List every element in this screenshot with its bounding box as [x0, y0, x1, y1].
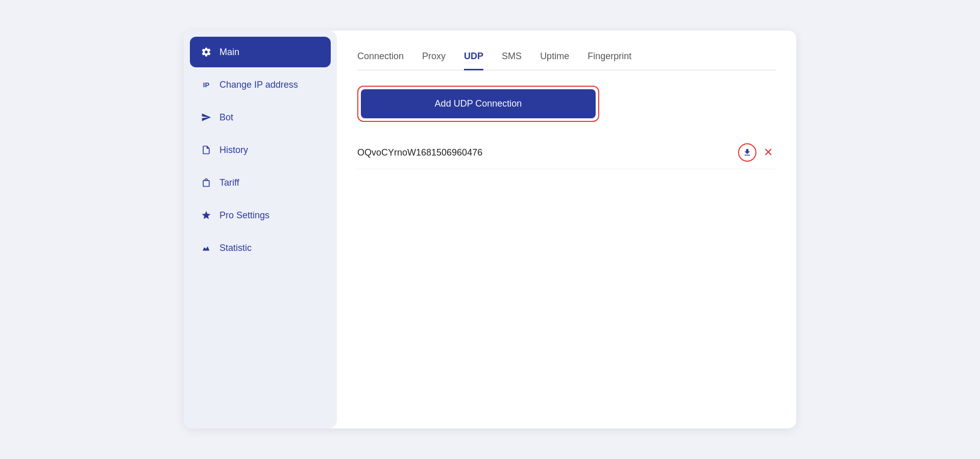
- connection-row: OQvoCYrnoW1681506960476 ✕: [357, 136, 776, 169]
- sidebar-pro-settings-label: Pro Settings: [219, 210, 270, 221]
- bag-icon: [200, 176, 212, 189]
- connection-actions: ✕: [738, 143, 776, 162]
- tab-connection[interactable]: Connection: [357, 46, 404, 70]
- delete-button[interactable]: ✕: [761, 145, 776, 160]
- connection-name: OQvoCYrnoW1681506960476: [357, 147, 482, 158]
- sidebar-item-statistic[interactable]: Statistic: [190, 233, 331, 263]
- sidebar-item-bot[interactable]: Bot: [190, 102, 331, 133]
- sidebar-item-ip[interactable]: IP Change IP address: [190, 69, 331, 100]
- sidebar-statistic-label: Statistic: [219, 243, 252, 253]
- send-icon: [200, 111, 212, 123]
- tab-uptime[interactable]: Uptime: [540, 46, 569, 70]
- tab-sms[interactable]: SMS: [502, 46, 522, 70]
- sidebar-history-label: History: [219, 145, 248, 156]
- download-button[interactable]: [738, 143, 756, 162]
- ip-icon: IP: [200, 79, 212, 91]
- sidebar-main-label: Main: [219, 47, 239, 58]
- tab-fingerprint[interactable]: Fingerprint: [587, 46, 631, 70]
- chart-icon: [200, 242, 212, 254]
- main-content: Connection Proxy UDP SMS Uptime Fingerpr…: [337, 31, 796, 428]
- add-udp-button[interactable]: Add UDP Connection: [361, 89, 596, 118]
- download-icon: [743, 148, 752, 157]
- tabs-bar: Connection Proxy UDP SMS Uptime Fingerpr…: [357, 46, 776, 70]
- tab-udp[interactable]: UDP: [464, 46, 483, 70]
- add-udp-button-wrapper: Add UDP Connection: [357, 86, 599, 122]
- document-icon: [200, 144, 212, 156]
- sidebar-item-main[interactable]: Main: [190, 37, 331, 67]
- sidebar-item-history[interactable]: History: [190, 135, 331, 165]
- sidebar: Main IP Change IP address Bot History: [184, 31, 337, 428]
- star-icon: [200, 209, 212, 221]
- sidebar-tariff-label: Tariff: [219, 177, 239, 188]
- sidebar-ip-label: Change IP address: [219, 80, 298, 90]
- sidebar-item-pro-settings[interactable]: Pro Settings: [190, 200, 331, 231]
- sidebar-item-tariff[interactable]: Tariff: [190, 167, 331, 198]
- app-container: Main IP Change IP address Bot History: [184, 31, 796, 428]
- sidebar-bot-label: Bot: [219, 112, 233, 123]
- tab-proxy[interactable]: Proxy: [422, 46, 446, 70]
- gear-icon: [200, 46, 212, 58]
